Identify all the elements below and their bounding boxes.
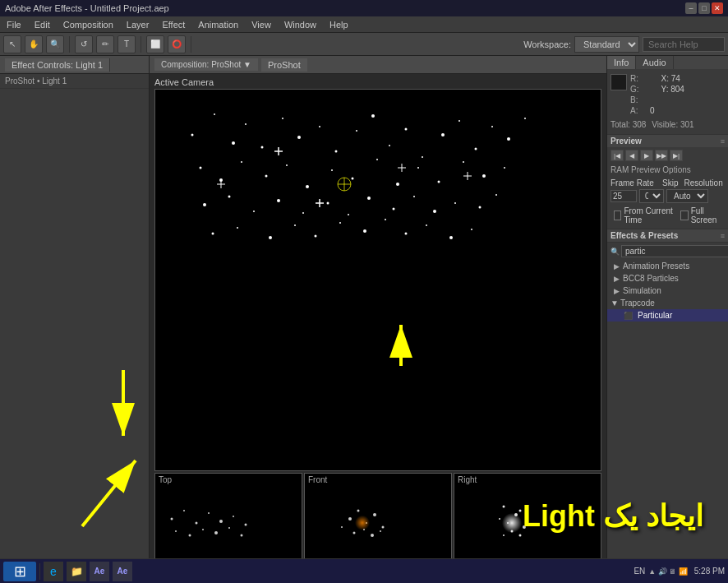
svg-point-41 [327,202,329,205]
close-button[interactable]: ✕ [712,2,723,14]
frame-rate-inputs: 0 Auto [611,189,725,203]
tool-select[interactable]: ↖ [3,35,21,53]
svg-point-12 [389,145,390,146]
front-viewport-canvas [305,474,451,561]
system-tray: EN ▲ 🔊 🖥 📶 5:28 PM [634,567,725,576]
prev-first-btn[interactable]: |◀ [611,150,624,161]
proshot-tab[interactable]: ProShot [261,58,307,72]
svg-point-35 [504,167,505,169]
active-camera-label: Active Camera [154,77,214,87]
rgba-values: R: G: B: A: 0 [630,74,655,117]
ie-icon: e [50,565,57,578]
svg-point-98 [380,530,381,532]
from-current-checkbox[interactable] [614,211,621,220]
svg-point-20 [524,118,526,119]
preview-header: Preview ≡ [607,135,728,147]
tool-hand[interactable]: ✋ [25,35,43,53]
tool-ellipse[interactable]: ⭕ [168,35,186,53]
full-screen-checkbox[interactable] [680,211,688,220]
svg-point-21 [200,167,202,169]
effects-search-bar: 🔍 ✕ [607,243,728,260]
r-row: R: [630,74,655,83]
prev-play-btn[interactable]: ▶ [640,150,653,161]
taskbar-ae[interactable]: Ae [90,562,109,581]
y-row: Y: 804 [661,85,684,94]
frame-rate-input[interactable] [611,190,637,202]
from-current-label: From Current Time [624,206,675,224]
tool-pen[interactable]: ✏ [96,35,114,53]
prev-back-btn[interactable]: ◀ [625,150,638,161]
search-help-input[interactable] [643,37,725,52]
menu-window[interactable]: Window [281,18,320,31]
preview-menu-btn[interactable]: ≡ [721,137,725,146]
front-viewport[interactable]: Front [304,473,452,562]
resolution-dropdown[interactable]: Auto [666,189,708,203]
effects-trapcode[interactable]: ▼ Trapcode [607,297,728,309]
svg-rect-88 [305,474,451,561]
svg-point-61 [471,229,472,230]
svg-point-77 [196,522,198,525]
effects-search-icon: 🔍 [611,248,620,256]
b-row: B: [630,95,655,104]
tool-rotate[interactable]: ↺ [75,35,93,53]
audio-tab[interactable]: Audio [636,56,673,69]
overlay-text: ایجاد یک Light [523,499,703,534]
menu-edit[interactable]: Edit [31,18,53,31]
preview-title: Preview [611,136,721,146]
info-audio-tabs: Info Audio [607,56,728,69]
effects-search-input[interactable] [621,245,728,257]
y-value: Y: 804 [661,85,684,94]
menu-file[interactable]: File [3,18,25,31]
menu-help[interactable]: Help [326,18,352,31]
right-viewport-label: Right [458,475,477,484]
info-tab[interactable]: Info [607,56,636,69]
svg-point-76 [183,510,185,511]
svg-point-59 [426,224,427,226]
effect-controls-tab[interactable]: Effect Controls: Light 1 [5,58,110,72]
overlay-text-content: ایجاد یک Light [523,499,703,533]
info-section: R: G: B: A: 0 [607,69,728,135]
svg-point-9 [335,150,338,153]
taskbar-ie[interactable]: e [44,562,63,581]
svg-point-23 [241,161,242,163]
a-label: A: [630,106,647,115]
effect-controls-header: Effect Controls: Light 1 [0,56,149,74]
simulation-label: Simulation [623,286,661,295]
svg-point-53 [294,224,296,226]
svg-point-8 [319,126,320,127]
xy-info: X: 74 Y: 804 [661,74,684,117]
menu-effect[interactable]: Effect [159,18,188,31]
menu-layer[interactable]: Layer [123,18,153,31]
minimize-button[interactable]: – [685,2,697,14]
svg-point-48 [479,206,481,209]
effects-bcc8[interactable]: ▶ BCC8 Particles [607,272,728,285]
effects-menu-btn[interactable]: ≡ [721,232,725,240]
prev-forward-btn[interactable]: ▶▶ [655,150,668,161]
menu-composition[interactable]: Composition [60,18,117,31]
animation-presets-label: Animation Presets [623,261,689,271]
frame-rate-row: Frame Rate Skip Resolution [611,178,725,187]
menu-animation[interactable]: Animation [195,18,242,31]
svg-point-58 [405,233,408,235]
taskbar-folder[interactable]: 📁 [67,562,86,581]
tool-zoom[interactable]: 🔍 [46,35,64,53]
workspace-dropdown[interactable]: Standard [574,36,639,53]
start-button[interactable]: ⊞ [3,562,36,581]
effects-simulation[interactable]: ▶ Simulation [607,285,728,297]
svg-point-28 [352,178,354,180]
skip-dropdown[interactable]: 0 [639,189,664,203]
main-viewport[interactable] [154,89,601,471]
svg-point-50 [212,233,214,235]
bcc8-label: BCC8 Particles [623,274,679,283]
effects-animation-presets[interactable]: ▶ Animation Presets [607,260,728,272]
menu-view[interactable]: View [248,18,274,31]
prev-last-btn[interactable]: ▶| [670,150,683,161]
effects-particular[interactable]: ⬛ Particular [607,309,728,322]
maximize-button[interactable]: □ [698,2,710,14]
composition-tab[interactable]: Composition: ProShot ▼ [154,58,258,71]
top-viewport[interactable]: Top [154,473,302,562]
tool-text[interactable]: T [117,35,136,53]
ram-options[interactable]: RAM Preview Options [607,164,728,176]
tool-rect[interactable]: ⬜ [146,35,164,53]
taskbar-ae2[interactable]: Ae [113,562,132,581]
